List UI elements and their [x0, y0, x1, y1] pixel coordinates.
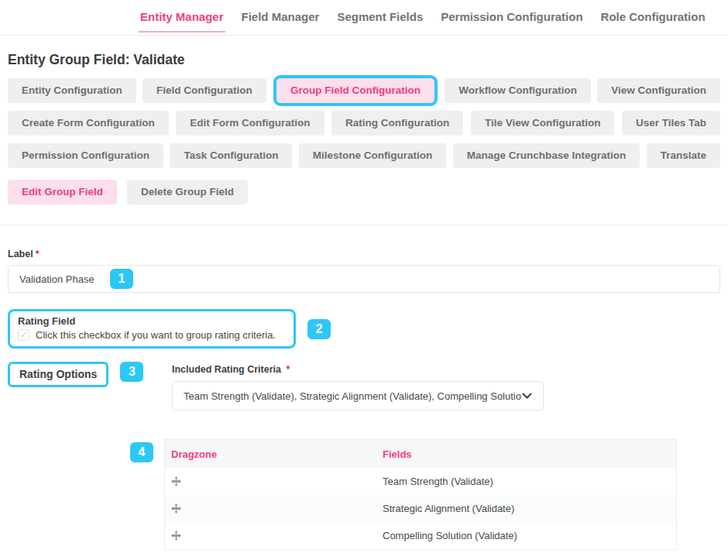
annotation-badge-1: 1 — [110, 269, 133, 289]
nav-segment-fields[interactable]: Segment Fields — [337, 10, 423, 35]
rating-field-section: Rating Field ✓ Click this checkbox if yo… — [8, 309, 720, 349]
config-tabs-row-2: Create Form Configuration Edit Form Conf… — [8, 111, 720, 136]
required-asterisk: * — [36, 249, 39, 259]
field-name: Compelling Solution (Validate) — [376, 530, 676, 541]
rating-field-label: Rating Field — [18, 315, 286, 327]
tab-permission-configuration[interactable]: Permission Configuration — [8, 143, 163, 168]
included-rating-criteria-label-text: Included Rating Criteria — [172, 364, 281, 375]
criteria-table-section: 4 Dragzone Fields Team Strength (Validat… — [0, 439, 728, 550]
annotation-badge-4: 4 — [130, 442, 153, 462]
config-tabs-row-1: Entity Configuration Field Configuration… — [8, 78, 720, 103]
rating-field-checkbox-row: ✓ Click this checkbox if you want to gro… — [18, 329, 286, 341]
label-field-label: Label* — [8, 249, 720, 259]
rating-options-highlight-box: Rating Options — [8, 362, 108, 387]
tab-task-configuration[interactable]: Task Configuration — [170, 143, 292, 168]
annotation-badge-3: 3 — [120, 362, 143, 382]
drag-move-icon[interactable] — [171, 503, 181, 514]
group-field-form: Label* Validation Phase 1 Rating Field ✓… — [0, 249, 728, 411]
header-dragzone: Dragzone — [165, 448, 376, 460]
rating-options-section: Rating Options 3 Included Rating Criteri… — [8, 361, 720, 411]
drag-move-icon[interactable] — [171, 531, 181, 541]
header-fields: Fields — [376, 448, 676, 460]
nav-entity-manager[interactable]: Entity Manager — [140, 10, 224, 35]
drag-move-icon[interactable] — [171, 476, 181, 486]
required-asterisk: * — [286, 364, 290, 375]
nav-field-manager[interactable]: Field Manager — [242, 10, 320, 35]
rating-field-checkbox[interactable]: ✓ — [18, 329, 29, 341]
tab-rating-configuration[interactable]: Rating Configuration — [331, 111, 463, 136]
rating-options-left: Rating Options 3 — [8, 361, 172, 411]
section-divider — [0, 225, 728, 225]
tab-field-configuration[interactable]: Field Configuration — [143, 78, 266, 103]
rating-field-checkbox-text: Click this checkbox if you want to group… — [36, 329, 276, 341]
included-rating-criteria-select[interactable]: Team Strength (Validate), Strategic Alig… — [172, 381, 544, 411]
nav-role-configuration[interactable]: Role Configuration — [601, 10, 706, 35]
label-input-value: Validation Phase — [19, 273, 94, 285]
label-input[interactable]: Validation Phase 1 — [8, 265, 720, 293]
tab-translate[interactable]: Translate — [647, 143, 720, 168]
criteria-table-header: Dragzone Fields — [165, 440, 676, 468]
tab-group-field-configuration[interactable]: Group Field Configuration — [276, 78, 434, 103]
tab-user-tiles-tab[interactable]: User Tiles Tab — [622, 111, 720, 136]
tab-workflow-configuration[interactable]: Workflow Configuration — [445, 78, 591, 103]
field-name: Strategic Alignment (Validate) — [376, 503, 676, 514]
edit-group-field-button[interactable]: Edit Group Field — [8, 180, 117, 204]
nav-permission-configuration[interactable]: Permission Configuration — [441, 10, 582, 35]
criteria-table: Dragzone Fields Team Strength (Validate)… — [164, 439, 677, 550]
page: Entity Manager Field Manager Segment Fie… — [0, 0, 728, 560]
tab-entity-configuration[interactable]: Entity Configuration — [8, 78, 136, 103]
group-field-actions: Edit Group Field Delete Group Field — [8, 180, 720, 204]
tab-view-configuration[interactable]: View Configuration — [597, 78, 720, 103]
tab-manage-crunchbase-integration[interactable]: Manage Crunchbase Integration — [453, 143, 640, 168]
tab-tile-view-configuration[interactable]: Tile View Configuration — [471, 111, 615, 136]
annotation-badge-2: 2 — [307, 319, 331, 339]
delete-group-field-button[interactable]: Delete Group Field — [127, 180, 248, 204]
table-row: Compelling Solution (Validate) — [165, 522, 676, 549]
field-name: Team Strength (Validate) — [376, 476, 676, 487]
label-text: Label — [8, 249, 33, 259]
included-rating-criteria-label: Included Rating Criteria * — [172, 364, 544, 375]
included-rating-criteria-value: Team Strength (Validate), Strategic Alig… — [184, 390, 522, 402]
included-rating-criteria-field: Included Rating Criteria * Team Strength… — [172, 361, 544, 411]
chevron-down-icon — [522, 393, 532, 400]
tab-edit-form-configuration[interactable]: Edit Form Configuration — [176, 111, 324, 136]
rating-field-highlight-box: Rating Field ✓ Click this checkbox if yo… — [8, 309, 296, 349]
tab-create-form-configuration[interactable]: Create Form Configuration — [8, 111, 169, 136]
page-title: Entity Group Field: Validate — [8, 52, 720, 68]
top-nav: Entity Manager Field Manager Segment Fie… — [0, 0, 728, 36]
table-row: Strategic Alignment (Validate) — [165, 495, 676, 522]
config-tabs-row-3: Permission Configuration Task Configurat… — [8, 143, 720, 168]
tab-milestone-configuration[interactable]: Milestone Configuration — [299, 143, 447, 168]
table-row: Team Strength (Validate) — [165, 468, 676, 495]
